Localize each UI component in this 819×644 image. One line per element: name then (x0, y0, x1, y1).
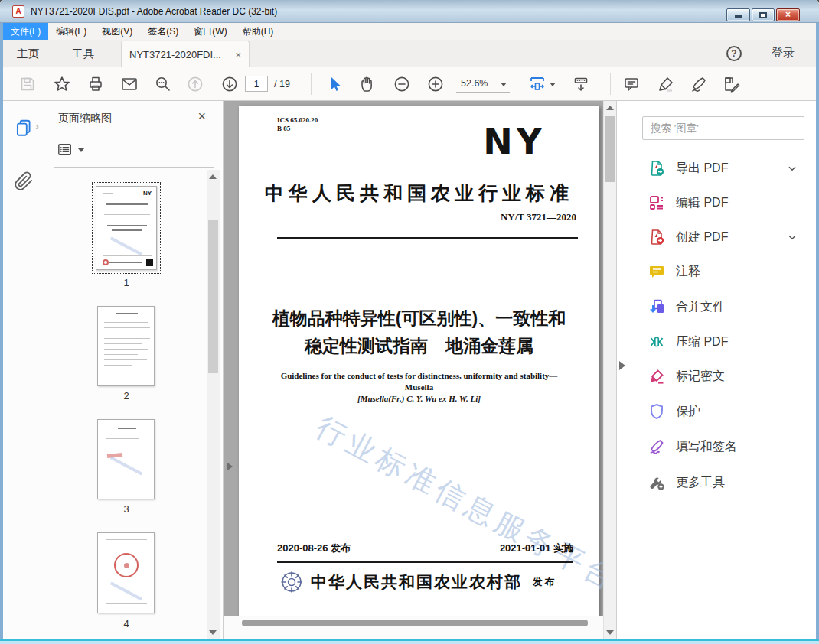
close-icon: × (785, 9, 791, 20)
thumbnail-page-4[interactable] (97, 532, 155, 613)
comment-icon[interactable] (622, 75, 641, 93)
protect-shield-icon (648, 402, 666, 421)
thumbnail-page-3[interactable] (97, 419, 155, 499)
thumbnails-scrollbar[interactable] (207, 170, 220, 639)
star-icon[interactable] (53, 75, 71, 93)
fit-width-icon[interactable] (528, 75, 547, 93)
chevron-down-icon[interactable] (787, 232, 798, 242)
menu-help[interactable]: 帮助(H) (235, 23, 282, 41)
menu-view[interactable]: 视图(V) (94, 23, 140, 41)
publisher-name: 中华人民共和国农业农村部 (311, 571, 522, 593)
scroll-up-icon[interactable] (606, 106, 614, 110)
compress-pdf-icon (648, 333, 666, 351)
tool-combine-files[interactable]: 合并文件 (617, 295, 817, 318)
document-title: 植物品种特异性(可区别性)、一致性和 稳定性测试指南 地涌金莲属 (239, 304, 599, 359)
zoom-level-dropdown[interactable]: 52.6% (456, 76, 510, 93)
thumbnail-page-number: 2 (92, 390, 161, 402)
document-tab-label: NYT3721-2020FDI... (129, 49, 228, 60)
scrollbar-thumb[interactable] (242, 620, 588, 626)
chevron-down-icon[interactable] (787, 163, 798, 174)
tool-label: 创建 PDF (676, 229, 728, 246)
previous-page-icon[interactable] (186, 75, 204, 93)
tool-redact[interactable]: 标记密文 (617, 365, 817, 388)
thumbnail-page-1[interactable]: NY (92, 182, 161, 274)
page-count-label: / 19 (274, 79, 290, 89)
minimize-button[interactable] (726, 8, 750, 21)
tab-bar: 主页 工具 NYT3721-2020FDI... × ? 登录 (3, 40, 816, 67)
tab-home[interactable]: 主页 (17, 40, 39, 67)
tool-edit-pdf[interactable]: 编辑 PDF (617, 191, 817, 214)
attachments-paperclip-icon[interactable] (14, 171, 34, 191)
thumbnail-page-number: 4 (92, 618, 161, 629)
signature-pen-icon[interactable] (690, 75, 708, 93)
tool-label: 合并文件 (676, 299, 725, 315)
select-tool-icon[interactable] (325, 75, 344, 93)
stamp-fill-sign-icon[interactable] (723, 75, 741, 93)
document-tab[interactable]: NYT3721-2020FDI... × (121, 41, 250, 67)
page-number-input[interactable] (245, 76, 268, 92)
tab-tools[interactable]: 工具 (72, 40, 94, 67)
implement-date: 2021-01-01 实施 (500, 542, 573, 555)
thumbnail-options-button[interactable] (57, 142, 87, 159)
scroll-down-icon[interactable] (606, 630, 614, 635)
menu-file[interactable]: 文件(F) (3, 23, 48, 41)
next-page-icon[interactable] (220, 75, 239, 93)
tool-compress-pdf[interactable]: 压缩 PDF (617, 330, 817, 353)
panel-close-icon[interactable]: × (197, 109, 206, 125)
toolbar-separator (311, 73, 312, 95)
search-input[interactable] (642, 116, 804, 140)
thumbnail-page-2[interactable] (97, 306, 155, 386)
document-english-title: Guidelines for the conduct of tests for … (239, 370, 599, 405)
scroll-down-icon[interactable] (209, 630, 217, 635)
help-button[interactable]: ? (726, 46, 742, 61)
tool-label: 编辑 PDF (676, 195, 728, 211)
publish-label: 发布 (533, 576, 556, 589)
acrobat-app-icon: A (12, 5, 24, 18)
divider (54, 167, 214, 168)
zoom-out-icon[interactable] (393, 75, 411, 93)
page-scrolling-icon[interactable] (572, 75, 590, 93)
ics-code: ICS 65.020.20 B 05 (277, 116, 318, 133)
document-view[interactable]: ICS 65.020.20 B 05 NY 中华人民共和国农业行业标准 NY/T… (224, 101, 603, 639)
menu-window[interactable]: 窗口(W) (186, 23, 234, 41)
scrollbar-thumb[interactable] (605, 116, 615, 182)
page-thumbnails-rail-icon[interactable] (14, 118, 34, 138)
login-button[interactable]: 登录 (772, 46, 795, 60)
zoom-level-value: 52.6% (461, 78, 488, 89)
tool-protect[interactable]: 保护 (617, 400, 817, 423)
menu-sign[interactable]: 签名(S) (140, 23, 186, 41)
zoom-in-icon[interactable] (426, 75, 445, 93)
chevron-down-icon (501, 83, 507, 86)
scroll-up-icon[interactable] (209, 174, 217, 179)
panel-title: 页面缩略图 (58, 112, 112, 125)
menu-edit[interactable]: 编辑(E) (48, 23, 94, 41)
toolbar-separator (610, 73, 611, 95)
horizontal-scrollbar[interactable] (224, 616, 603, 639)
maximize-button[interactable] (752, 8, 775, 21)
menu-bar: 文件(F) 编辑(E) 视图(V) 签名(S) 窗口(W) 帮助(H) (3, 23, 816, 40)
save-icon[interactable] (18, 75, 37, 93)
tools-panel: 导出 PDF 编辑 PDF 创建 PDF 注释 合并文件 (616, 101, 816, 639)
email-icon[interactable] (120, 75, 139, 93)
collapse-left-panel-handle[interactable] (227, 462, 233, 471)
standard-logo: NY (483, 120, 546, 163)
tool-more-tools[interactable]: 更多工具 (617, 471, 817, 494)
tool-export-pdf[interactable]: 导出 PDF (617, 157, 817, 180)
scrollbar-thumb[interactable] (208, 220, 218, 373)
tab-close-icon[interactable]: × (235, 49, 241, 60)
close-button[interactable]: × (776, 8, 800, 21)
tool-create-pdf[interactable]: 创建 PDF (617, 226, 817, 249)
hand-tool-icon[interactable] (359, 75, 377, 93)
tool-comment[interactable]: 注释 (617, 260, 817, 283)
navigation-rail: › (3, 101, 43, 639)
print-icon[interactable] (86, 75, 105, 93)
maximize-icon (759, 12, 767, 18)
tool-fill-sign[interactable]: 填写和签名 (617, 435, 817, 458)
minimize-icon (735, 15, 742, 18)
search-zoom-icon[interactable] (154, 75, 172, 93)
window-border (0, 639, 819, 644)
document-vertical-scrollbar[interactable] (603, 101, 616, 639)
chevron-down-icon (550, 83, 556, 86)
titlebar[interactable]: A NYT3721-2020FDIS.pdf - Adobe Acrobat R… (0, 0, 819, 23)
highlighter-icon[interactable] (657, 75, 675, 93)
